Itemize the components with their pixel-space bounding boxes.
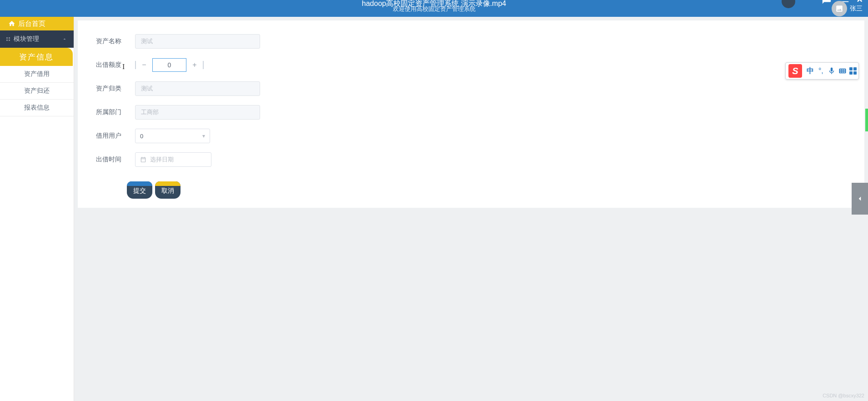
user-block[interactable]: 张三	[832, 1, 863, 16]
label-department: 所属部门	[96, 108, 128, 116]
chat-icon[interactable]	[822, 0, 832, 5]
sidebar-home[interactable]: 后台首页	[0, 17, 74, 30]
sidebar-item-asset-info[interactable]: 资产信息	[0, 48, 73, 66]
asset-name-value: 测试	[141, 37, 153, 45]
cancel-label: 取消	[161, 187, 174, 195]
submit-label: 提交	[133, 187, 146, 195]
ime-apps-button[interactable]	[848, 67, 858, 75]
image-icon	[835, 5, 843, 13]
label-asset-category: 资产归类	[96, 85, 128, 93]
form-panel: 资产名称 测试 出借额度 − I	[78, 20, 864, 208]
sidebar-section-modules[interactable]: 模块管理	[0, 30, 74, 48]
avatar	[832, 1, 847, 16]
loan-amount-input[interactable]	[152, 58, 186, 72]
cancel-button[interactable]: 取消	[155, 181, 181, 199]
date-picker-loan-time[interactable]: 选择日期	[135, 152, 211, 167]
divider	[135, 61, 136, 69]
main-content: 资产名称 测试 出借额度 − I	[74, 17, 868, 401]
label-borrow-user: 借用用户	[96, 132, 128, 140]
date-placeholder: 选择日期	[150, 155, 174, 164]
username: 张三	[850, 5, 863, 13]
sidebar-home-label: 后台首页	[18, 20, 45, 28]
stepper-plus-button[interactable]: +	[190, 58, 199, 72]
welcome-subtitle: 欢迎使用高校固定资产管理系统	[393, 0, 476, 12]
sidebar-section-label: 模块管理	[14, 35, 39, 43]
sidebar-item-label: 报表信息	[24, 104, 50, 112]
divider	[203, 61, 204, 69]
ime-logo-icon[interactable]: S	[788, 64, 802, 78]
sidebar-active-label: 资产信息	[19, 52, 54, 62]
ime-punct-button[interactable]: °,	[816, 67, 827, 75]
sidebar-item-report-info[interactable]: 报表信息	[0, 100, 74, 116]
scroll-indicator	[865, 109, 868, 131]
input-asset-category: 测试	[135, 81, 260, 96]
watermark: CSDN @bscxy322	[823, 393, 864, 398]
home-icon	[8, 20, 15, 27]
borrow-user-value: 0	[140, 133, 143, 140]
stepper-minus-button[interactable]: −	[140, 58, 149, 72]
loan-amount-stepper: − I +	[135, 58, 204, 72]
ime-toolbar[interactable]: S 中 °,	[785, 62, 859, 80]
label-loan-time: 出借时间	[96, 155, 128, 164]
apps-icon	[849, 67, 857, 75]
collapse-tab[interactable]	[852, 183, 868, 215]
chevron-down-icon: ▾	[202, 133, 205, 139]
ime-keyboard-button[interactable]	[837, 67, 848, 75]
input-department: 工商部	[135, 105, 260, 120]
titlebar-badge[interactable]	[782, 0, 795, 8]
label-asset-name: 资产名称	[96, 37, 128, 45]
sidebar-item-asset-return[interactable]: 资产归还	[0, 83, 74, 100]
mic-icon	[828, 67, 836, 75]
sidebar: 后台首页 模块管理 资产信息 资产借用 资产归还 报表信息	[0, 17, 74, 401]
input-asset-name: 测试	[135, 34, 260, 49]
chevron-left-icon	[856, 195, 864, 203]
department-value: 工商部	[141, 108, 159, 116]
keyboard-icon	[838, 67, 847, 75]
sidebar-item-label: 资产归还	[24, 87, 50, 95]
ime-mic-button[interactable]	[826, 67, 837, 75]
sidebar-item-label: 资产借用	[24, 70, 50, 78]
ime-lang-toggle[interactable]: 中	[805, 66, 816, 76]
submit-button[interactable]: 提交	[127, 181, 152, 199]
text-cursor-icon: I	[122, 63, 125, 71]
select-borrow-user[interactable]: 0 ▾	[135, 129, 210, 143]
title-bar: hadoop高校固定资产管理系统 演示录像.mp4 欢迎使用高校固定资产管理系统…	[0, 0, 868, 17]
grid-icon	[6, 37, 10, 41]
calendar-icon	[140, 156, 146, 163]
chevron-up-icon	[62, 36, 67, 42]
asset-category-value: 测试	[141, 85, 153, 93]
sidebar-item-asset-borrow[interactable]: 资产借用	[0, 66, 74, 83]
